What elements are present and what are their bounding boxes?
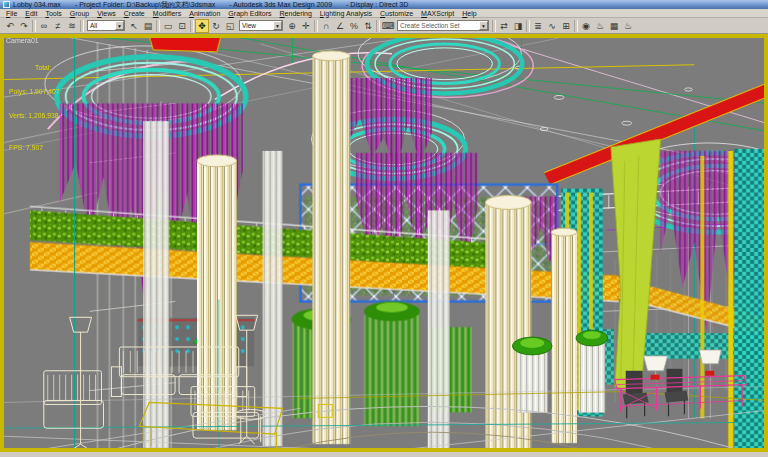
- stat-total-label: Total:: [9, 64, 60, 72]
- viewport-label[interactable]: Camera01: [6, 37, 39, 44]
- toolbar-separator: [376, 20, 380, 32]
- selection-filter-dropdown[interactable]: All ▼: [87, 20, 125, 31]
- quick-render-icon[interactable]: ♨: [621, 19, 635, 33]
- window-crossing-icon[interactable]: ⊡: [175, 19, 189, 33]
- bind-spacewarp-icon[interactable]: ≋: [65, 19, 79, 33]
- select-manipulate-icon[interactable]: ✛: [299, 19, 313, 33]
- keyboard-override-icon[interactable]: ⌨: [381, 19, 395, 33]
- menu-edit[interactable]: Edit: [21, 9, 41, 18]
- percent-snap-icon[interactable]: %: [347, 19, 361, 33]
- menu-customize[interactable]: Customize: [376, 9, 417, 18]
- app-icon: [3, 1, 10, 8]
- select-link-icon[interactable]: ∞: [37, 19, 51, 33]
- status-bar-strip: [0, 452, 768, 457]
- viewport-statistics: Total: Polys: 1,907,407 Verts: 1,206,938…: [9, 48, 60, 160]
- menu-modifiers[interactable]: Modifiers: [149, 9, 185, 18]
- chevron-down-icon[interactable]: ▼: [115, 21, 124, 30]
- reference-coordsys-value: View: [242, 22, 256, 29]
- layer-manager-icon[interactable]: ≣: [531, 19, 545, 33]
- stat-verts: Verts: 1,206,938: [9, 112, 60, 120]
- camera-viewport[interactable]: Camera01 Total: Polys: 1,907,407 Verts: …: [0, 34, 768, 452]
- curve-editor-icon[interactable]: ∿: [545, 19, 559, 33]
- menu-help[interactable]: Help: [458, 9, 480, 18]
- toolbar-separator: [574, 20, 578, 32]
- menu-bar: File Edit Tools Group Views Create Modif…: [0, 9, 768, 18]
- reference-coordsys-dropdown[interactable]: View ▼: [239, 20, 283, 31]
- toolbar-separator: [526, 20, 530, 32]
- use-pivot-center-icon[interactable]: ⊕: [285, 19, 299, 33]
- select-object-icon[interactable]: ↖: [127, 19, 141, 33]
- selection-filter-value: All: [90, 22, 97, 29]
- menu-group[interactable]: Group: [66, 9, 93, 18]
- stat-polys: Polys: 1,907,407: [9, 88, 60, 96]
- named-selection-set-placeholder: Create Selection Set: [400, 22, 460, 29]
- render-setup-icon[interactable]: ♨: [593, 19, 607, 33]
- named-selection-set-combo[interactable]: Create Selection Set ▼: [397, 20, 489, 31]
- undo-icon[interactable]: ↶: [3, 19, 17, 33]
- toolbar-separator: [190, 20, 194, 32]
- unlink-icon[interactable]: ≠: [51, 19, 65, 33]
- spinner-snap-icon[interactable]: ⇅: [361, 19, 375, 33]
- chevron-down-icon[interactable]: ▼: [273, 21, 282, 30]
- snap-toggle-icon[interactable]: ∩: [319, 19, 333, 33]
- angle-snap-icon[interactable]: ∠: [333, 19, 347, 33]
- menu-rendering[interactable]: Rendering: [276, 9, 316, 18]
- select-scale-icon[interactable]: ◱: [223, 19, 237, 33]
- align-icon[interactable]: ◨: [511, 19, 525, 33]
- select-by-name-icon[interactable]: ▤: [141, 19, 155, 33]
- toolbar-separator: [314, 20, 318, 32]
- stat-fps: FPS: 7.907: [9, 144, 60, 152]
- menu-create[interactable]: Create: [120, 9, 149, 18]
- schematic-view-icon[interactable]: ⊞: [559, 19, 573, 33]
- menu-file[interactable]: File: [2, 9, 21, 18]
- menu-lighting-analysis[interactable]: Lighting Analysis: [316, 9, 376, 18]
- menu-maxscript[interactable]: MAXScript: [417, 9, 458, 18]
- menu-tools[interactable]: Tools: [41, 9, 65, 18]
- material-editor-icon[interactable]: ◉: [579, 19, 593, 33]
- rect-selection-region-icon[interactable]: ▭: [161, 19, 175, 33]
- redo-icon[interactable]: ↷: [17, 19, 31, 33]
- mirror-icon[interactable]: ⇄: [497, 19, 511, 33]
- viewport-canvas[interactable]: [2, 36, 766, 450]
- main-toolbar: ↶ ↷ ∞ ≠ ≋ All ▼ ↖ ▤ ▭ ⊡ ✥ ↻ ◱ View ▼ ⊕ ✛…: [0, 18, 768, 34]
- chevron-down-icon[interactable]: ▼: [479, 21, 488, 30]
- select-move-icon[interactable]: ✥: [195, 19, 209, 33]
- menu-views[interactable]: Views: [93, 9, 120, 18]
- menu-graph-editors[interactable]: Graph Editors: [224, 9, 275, 18]
- menu-animation[interactable]: Animation: [185, 9, 224, 18]
- toolbar-separator: [492, 20, 496, 32]
- toolbar-separator: [32, 20, 36, 32]
- rendered-frame-icon[interactable]: ▦: [607, 19, 621, 33]
- toolbar-separator: [156, 20, 160, 32]
- select-rotate-icon[interactable]: ↻: [209, 19, 223, 33]
- toolbar-separator: [80, 20, 84, 32]
